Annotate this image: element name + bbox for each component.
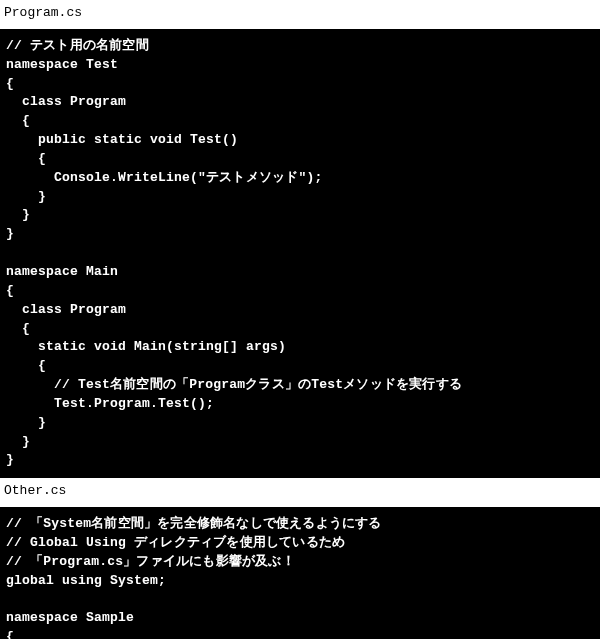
file-header-program: Program.cs	[0, 0, 600, 29]
code-block-program: // テスト用の名前空間 namespace Test { class Prog…	[0, 29, 600, 478]
code-block-other: // 「System名前空間」を完全修飾名なしで使えるようにする // Glob…	[0, 507, 600, 639]
file-header-other: Other.cs	[0, 478, 600, 507]
